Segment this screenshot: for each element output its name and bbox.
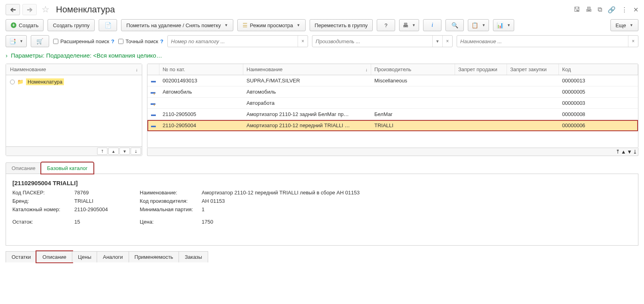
view-mode-button[interactable]: ☰ Режим просмотра ▼ [237,19,306,31]
dropdown-icon[interactable]: ▾ [432,36,442,47]
cell-no-sale [455,75,507,86]
col-code[interactable]: Код [559,64,638,75]
catalog-number-field[interactable]: × [167,35,308,47]
cell-code: 00000003 [559,98,638,108]
manufacturer-field[interactable]: ▾ × [312,35,453,47]
extended-search-checkbox[interactable]: Расширенный поиск ? [53,38,114,44]
create-group-button[interactable]: Создать группу [48,19,95,31]
print-button[interactable]: 🖶 ▼ [399,19,419,31]
tree-header[interactable]: Наименование ↓ [6,64,142,75]
create-button[interactable]: + Создать [6,19,44,31]
expand-icon[interactable] [10,80,15,84]
copy-button[interactable]: 📄 [99,19,117,31]
name-field[interactable]: × [457,35,638,47]
detail-catno-val: 2110-2905004 [74,206,108,212]
detail-mancode-key: Код производителя: [140,198,198,204]
tab-stocks[interactable]: Остатки [6,251,37,262]
chevron-down-icon: ▼ [507,23,511,27]
filter-icon: 📑 [9,38,16,44]
move-to-group-button[interactable]: Переместить в группу [310,19,373,31]
chevron-down-icon: ▼ [412,23,415,27]
question-icon[interactable]: ? [111,38,114,44]
search-button[interactable]: 🔍 [445,19,464,31]
tab-base-catalog[interactable]: Базовый каталог [41,162,93,174]
cell-manufacturer [371,86,455,97]
nav-back-button[interactable]: 🡨 [6,4,20,15]
tab-analogs[interactable]: Аналоги [97,251,129,262]
printer-icon: 🖶 [403,22,408,28]
print-header-icon[interactable]: 🖶 [586,6,592,13]
clear-icon[interactable]: × [442,36,452,47]
scroll-down-button[interactable]: ▼ [119,148,130,155]
cell-no-sale [455,86,507,97]
col-manufacturer[interactable]: Производитель [371,64,455,75]
scroll-top-button[interactable]: ⤒ [616,149,620,155]
detail-name-key: Наименование: [140,190,198,196]
table-row[interactable]: ▬Авторабота00000003 [147,98,638,109]
params-link[interactable]: › Параметры: Подразделение: <Вся компани… [6,52,638,59]
close-icon[interactable]: ✕ [633,6,638,14]
table-row[interactable]: ▬2110-2905005Амортизатор 2110-12 задний … [147,109,638,120]
row-type-icon: ▬ [147,86,159,97]
tab-orders[interactable]: Заказы [179,251,208,262]
catalog-number-input[interactable] [168,36,298,47]
copy-icon: 📄 [105,22,111,28]
info-button[interactable]: i [423,19,441,31]
favorite-star-icon[interactable]: ☆ [41,5,50,14]
scroll-up-button[interactable]: ▲ [108,148,119,155]
chevron-down-icon: ▼ [297,23,300,27]
table-row[interactable]: ▬002001493013SUPRA,F/MAT,SILVERMiscellan… [147,75,638,86]
exact-search-label: Точный поиск [125,38,158,44]
tree-root-item[interactable]: 📁 Номенклатура [8,77,140,87]
col-cat-no[interactable]: № по кат. [159,64,243,75]
mark-delete-button[interactable]: Пометить на удаление / Снять пометку ▼ [121,19,233,31]
tab-description-bottom[interactable]: Описание [36,251,72,262]
more-vertical-icon[interactable]: ⋮ [621,6,628,14]
grid-panel: № по кат. Наименование↓ Производитель За… [147,64,638,148]
table-row[interactable]: ▬АвтомобильАвтомобиль00000005 [147,86,638,98]
more-button[interactable]: Еще ▼ [610,19,638,31]
detail-stock-val: 15 [74,219,80,225]
exact-search-input[interactable] [118,39,123,44]
col-no-buy[interactable]: Запрет закупки [507,64,559,75]
cell-name: Авторабота [243,98,371,108]
cell-no-sale [455,120,507,131]
link-icon[interactable]: 🔗 [608,6,616,14]
grid-vnav: ⤒ ▲ ▼ ⤓ [147,148,638,156]
manufacturer-input[interactable] [312,36,432,47]
filter-1-button[interactable]: 📑 ▼ [6,35,27,47]
tab-applicability[interactable]: Применяемость [129,251,179,262]
report-2-button[interactable]: 📊 ▼ [493,19,514,31]
cell-no-sale [455,109,507,120]
save-icon[interactable]: 🖫 [574,6,580,13]
basket-button[interactable]: 🛒 [31,35,49,47]
table-row[interactable]: ▬2110-2905004Амортизатор 2110-12 передни… [147,120,638,131]
tab-description-top[interactable]: Описание [6,162,42,174]
help-button[interactable]: ? [377,19,395,31]
scroll-bottom-button[interactable]: ⤓ [131,148,141,155]
name-input[interactable] [457,36,628,47]
params-link-label: Параметры: Подразделение: <Вся компания … [11,52,162,59]
detail-pasker-val: 78769 [74,190,89,196]
nav-forward-button[interactable]: 🡪 [22,4,37,15]
question-icon[interactable]: ? [160,38,163,44]
scroll-top-button[interactable]: ⤒ [97,148,107,155]
preview-header-icon[interactable]: ⧉ [598,6,602,13]
exact-search-checkbox[interactable]: Точный поиск ? [118,38,163,44]
detail-stock-key: Остаток: [12,219,70,225]
col-name[interactable]: Наименование↓ [243,64,371,75]
detail-minbatch-key: Минимальная партия: [140,206,198,212]
plus-circle-icon: + [11,22,16,28]
scroll-down-button[interactable]: ▼ [627,149,632,155]
folder-icon: 📁 [17,79,24,85]
report-1-button[interactable]: 📋 ▼ [468,19,489,31]
tab-prices[interactable]: Цены [72,251,97,262]
scroll-bottom-button[interactable]: ⤓ [633,149,637,155]
scroll-up-button[interactable]: ▲ [621,149,626,155]
extended-search-input[interactable] [53,39,58,44]
clear-icon[interactable]: × [298,36,308,47]
col-no-sale[interactable]: Запрет продажи [455,64,507,75]
clear-icon[interactable]: × [628,36,638,47]
info-icon: i [431,22,433,28]
cell-name: Автомобиль [243,86,371,97]
